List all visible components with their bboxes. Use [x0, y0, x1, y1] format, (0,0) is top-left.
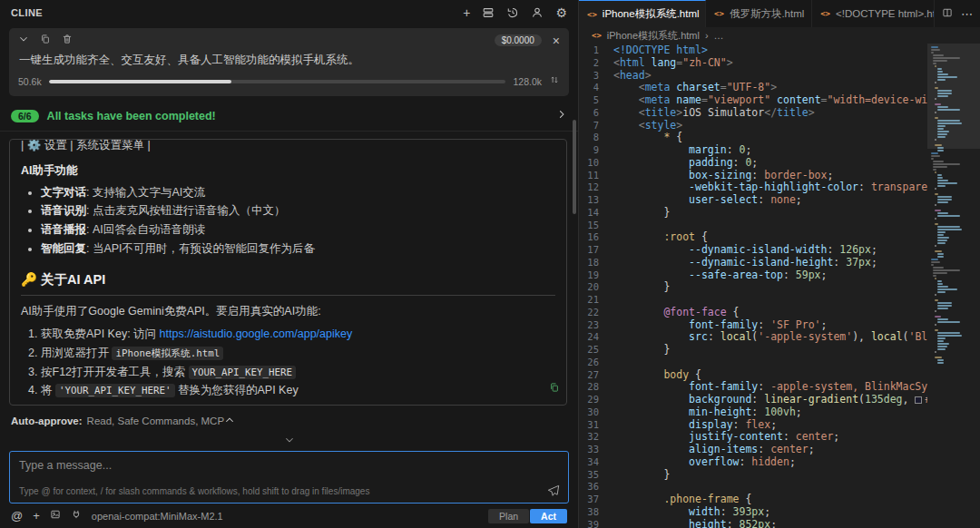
code-line[interactable]: 32 justify-content: center; [579, 431, 927, 444]
code-line[interactable]: 39 height: 852px; [579, 519, 927, 528]
api-steps-list: 获取免费API Key: 访问 https://aistudio.google.… [41, 326, 555, 399]
code-line[interactable]: 24 src: local('-apple-system'), local('B… [579, 331, 927, 344]
history-icon[interactable] [506, 6, 519, 19]
task-close-icon[interactable]: × [553, 35, 560, 46]
list-item: 将 'YOUR_API_KEY_HERE' 替换为您获得的API Key [41, 382, 555, 399]
line-number: 11 [579, 170, 613, 182]
send-icon[interactable] [547, 484, 560, 497]
code-line[interactable]: 1<!DOCTYPE html> [579, 44, 927, 57]
code-line[interactable]: 3<head> [579, 70, 927, 83]
code-line[interactable]: 35 } [579, 469, 927, 482]
code-line[interactable]: 25 } [579, 344, 927, 357]
code-line[interactable]: 17 --dynamic-island-width: 126px; [579, 244, 927, 257]
at-mention-icon[interactable]: @ [11, 510, 23, 523]
tab-doctype[interactable]: <> <!DOCTYPE html>.htn [812, 0, 935, 27]
code-line[interactable]: 23 font-family: 'SF Pro'; [579, 319, 927, 332]
line-number: 9 [579, 144, 613, 157]
line-number: 30 [579, 406, 613, 419]
code-line[interactable]: 31 display: flex; [579, 419, 927, 432]
panel-scrollbar[interactable] [573, 120, 576, 214]
code-line[interactable]: 36 [579, 481, 927, 494]
context-progress-fill [49, 80, 232, 83]
code-line[interactable]: 34 overflow: hidden; [579, 456, 927, 469]
settings-gear-icon[interactable]: ⚙ [555, 6, 567, 19]
tab-tetris[interactable]: <> 俄罗斯方块.html ● [706, 0, 812, 27]
code-line[interactable]: 8 * { [579, 132, 927, 144]
plug-icon[interactable] [71, 509, 82, 523]
assistant-response-markdown: | ⚙️ 设置 | 系统设置菜单 | AI助手功能 文字对话: 支持输入文字与A… [9, 139, 567, 406]
plan-mode-button[interactable]: Plan [488, 509, 529, 523]
code-line[interactable]: 7 <style> [579, 120, 927, 132]
line-number: 36 [579, 481, 613, 494]
line-number: 28 [579, 381, 613, 394]
code-line[interactable]: 19 --safe-area-top: 59px; [579, 269, 927, 282]
split-editor-icon[interactable] [942, 7, 953, 21]
html-file-icon: <> [587, 10, 597, 19]
add-context-icon[interactable]: + [33, 510, 40, 523]
task-collapse-chevron-icon[interactable] [18, 34, 29, 47]
apikey-link[interactable]: https://aistudio.google.com/app/apikey [160, 328, 353, 340]
task-delete-icon[interactable] [62, 34, 73, 47]
line-number: 22 [579, 307, 613, 319]
auto-approve-row[interactable]: Auto-approve: Read, Safe Commands, MCP [0, 407, 578, 433]
code-line[interactable]: 30 min-height: 100vh; [579, 406, 927, 419]
line-number: 33 [579, 444, 613, 456]
code-line[interactable]: 2<html lang="zh-CN"> [579, 57, 927, 70]
breadcrumb-file[interactable]: iPhone模拟系统.html [607, 29, 700, 43]
code-line[interactable]: 11 box-sizing: border-box; [579, 170, 927, 182]
code-line[interactable]: 18 --dynamic-island-height: 37px; [579, 257, 927, 269]
tab-iphone-simulator[interactable]: <> iPhone模拟系统.html × [579, 0, 706, 27]
line-number: 4 [579, 82, 613, 94]
code-line[interactable]: 26 [579, 357, 927, 369]
code-line[interactable]: 38 width: 393px; [579, 506, 927, 519]
api-section-heading: 🔑 关于AI API [21, 270, 555, 297]
code-line[interactable]: 15 [579, 220, 927, 232]
act-mode-button[interactable]: Act [530, 509, 567, 523]
line-number: 31 [579, 419, 613, 432]
code-line[interactable]: 20 } [579, 281, 927, 294]
code-line[interactable]: 6 <title>iOS Simulator</title> [579, 107, 927, 120]
code-line[interactable]: 16 :root { [579, 231, 927, 244]
code-line[interactable]: 22 @font-face { [579, 307, 927, 319]
context-progress-bar [49, 80, 506, 83]
code-line[interactable]: 13 user-select: none; [579, 194, 927, 207]
list-item: 获取免费API Key: 访问 https://aistudio.google.… [41, 326, 555, 343]
copy-response-icon[interactable] [549, 381, 560, 398]
cline-status-bar: @ + openai-compat:MiniMax-M2.1 Plan Act [0, 504, 578, 528]
collapse-input-chevron[interactable] [0, 433, 578, 447]
code-editor[interactable]: 1<!DOCTYPE html>2<html lang="zh-CN">3<he… [579, 44, 980, 528]
chevron-right-icon[interactable] [556, 109, 567, 122]
task-copy-icon[interactable] [40, 34, 51, 47]
code-line[interactable]: 9 margin: 0; [579, 144, 927, 157]
more-actions-icon[interactable]: ⋯ [961, 7, 973, 21]
line-number: 23 [579, 319, 613, 332]
line-number: 37 [579, 494, 613, 506]
code-line[interactable]: 28 font-family: -apple-system, BlinkMacS… [579, 381, 927, 394]
code-line[interactable]: 5 <meta name="viewport" content="width=d… [579, 94, 927, 107]
minimap[interactable] [927, 44, 980, 528]
code-line[interactable]: 29 background: linear-gradient(135deg, #… [579, 394, 927, 406]
account-icon[interactable] [531, 6, 544, 19]
message-input[interactable]: Type a message... Type @ for context, / … [9, 451, 569, 504]
code-line[interactable]: 14 } [579, 207, 927, 220]
image-icon[interactable] [50, 509, 61, 523]
code-line[interactable]: 10 padding: 0; [579, 157, 927, 170]
completion-banner[interactable]: 6/6 All tasks have been completed! [0, 102, 578, 132]
model-selector[interactable]: openai-compat:MiniMax-M2.1 [92, 511, 223, 522]
line-number: 26 [579, 357, 613, 369]
code-line[interactable]: 4 <meta charset="UTF-8"> [579, 82, 927, 94]
code-line[interactable]: 37 .phone-frame { [579, 494, 927, 506]
code-line[interactable]: 12 -webkit-tap-highlight-color: transpar… [579, 181, 927, 194]
new-task-icon[interactable]: + [463, 6, 470, 19]
line-number: 6 [579, 107, 613, 120]
tab-label: <!DOCTYPE html>.htn [836, 8, 935, 19]
line-number: 35 [579, 469, 613, 482]
breadcrumb-more[interactable]: … [714, 30, 724, 41]
code-line[interactable]: 21 [579, 294, 927, 307]
mcp-servers-icon[interactable] [482, 6, 495, 19]
code-line[interactable]: 33 align-items: center; [579, 444, 927, 456]
chevron-up-icon[interactable] [224, 415, 235, 427]
line-number: 3 [579, 70, 613, 83]
code-line[interactable]: 27 body { [579, 369, 927, 382]
cline-panel: CLINE + ⚙ $0.00 [0, 0, 579, 528]
